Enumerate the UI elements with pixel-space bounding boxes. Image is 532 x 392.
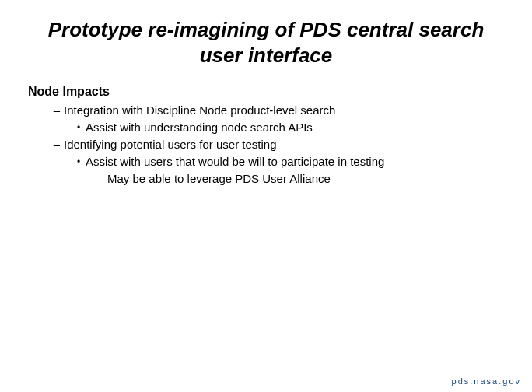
footer-url: pds.nasa.gov — [452, 376, 521, 386]
list-item: – Identifying potential users for user t… — [26, 136, 506, 153]
list-item: • Assist with understanding node search … — [26, 119, 506, 136]
dash-icon: – — [50, 102, 64, 119]
list-item-text: Assist with understanding node search AP… — [86, 119, 506, 136]
dot-icon: • — [72, 119, 86, 136]
list-item-text: Assist with users that would be will to … — [86, 153, 506, 170]
list-item: • Assist with users that would be will t… — [26, 153, 506, 170]
dash-icon: – — [50, 136, 64, 153]
slide: Prototype re-imagining of PDS central se… — [0, 0, 532, 392]
list-item-text: May be able to leverage PDS User Allianc… — [107, 170, 506, 187]
dot-icon: • — [72, 153, 86, 170]
slide-title: Prototype re-imagining of PDS central se… — [26, 17, 506, 68]
section-heading: Node Impacts — [28, 85, 506, 99]
outline: – Integration with Discipline Node produ… — [26, 102, 506, 187]
list-item-text: Identifying potential users for user tes… — [64, 136, 506, 153]
list-item: – Integration with Discipline Node produ… — [26, 102, 506, 119]
list-item-text: Integration with Discipline Node product… — [64, 102, 506, 119]
dash-icon: – — [93, 170, 107, 187]
list-item: – May be able to leverage PDS User Allia… — [26, 170, 506, 187]
